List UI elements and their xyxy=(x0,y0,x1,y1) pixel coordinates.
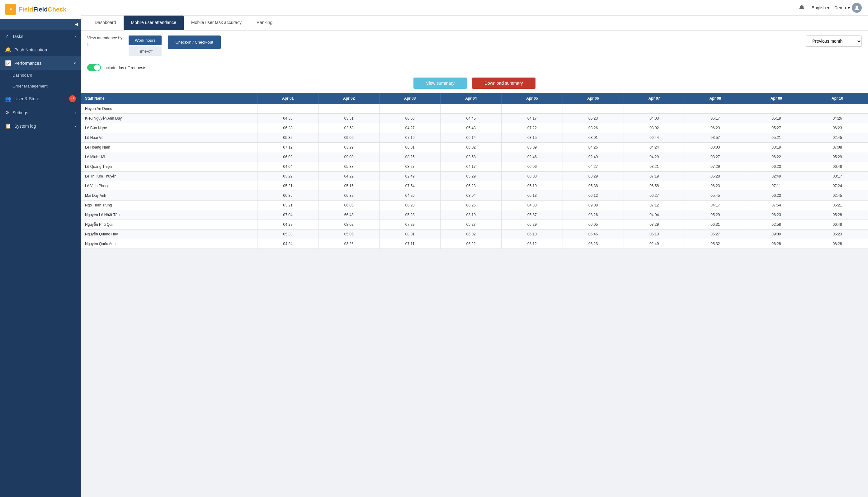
sidebar-item-user-store[interactable]: 👥 User & Store 43 xyxy=(0,91,81,106)
chevron-down-icon: ∨ xyxy=(73,61,76,65)
sidebar-item-label: Push Notification xyxy=(14,47,47,52)
date-header-Apr-04: Apr 04 xyxy=(440,93,502,104)
staff-name-cell: Lê Bảo Ngọc xyxy=(81,123,258,133)
download-summary-button[interactable]: Download summary xyxy=(472,77,535,89)
attendance-cell: 05:29 xyxy=(440,172,502,181)
info-icon: ℹ xyxy=(87,42,122,46)
attendance-cell xyxy=(318,104,379,114)
sidebar-item-system-log[interactable]: 📋 System log › xyxy=(0,119,81,133)
attendance-cell: 08:01 xyxy=(379,229,440,239)
sidebar-sub-item-order-management[interactable]: Order Management xyxy=(0,81,81,91)
attendance-cell: 06:22 xyxy=(440,239,502,249)
sidebar-item-label: System log xyxy=(14,124,36,129)
sidebar-sub-item-dashboard[interactable]: Dashboard xyxy=(0,70,81,81)
user-menu[interactable]: Demo ▾ xyxy=(834,3,862,13)
attendance-cell: 05:28 xyxy=(807,210,868,220)
attendance-cell: 05:32 xyxy=(685,239,746,249)
attendance-cell: 08:01 xyxy=(563,133,624,143)
attendance-cell: 05:27 xyxy=(440,220,502,229)
attendance-cell: 08:12 xyxy=(502,239,563,249)
attendance-cell: 09:09 xyxy=(746,229,807,239)
month-select[interactable]: Previous month Current month Last 3 mont… xyxy=(806,36,862,47)
attendance-cell: 03:17 xyxy=(807,172,868,181)
attendance-cell: 05:19 xyxy=(502,181,563,191)
attendance-cell: 03:15 xyxy=(502,133,563,143)
attendance-cell: 06:31 xyxy=(379,143,440,152)
attendance-cell: 07:19 xyxy=(624,172,685,181)
attendance-cell: 04:17 xyxy=(440,162,502,172)
attendance-cell: 02:49 xyxy=(746,172,807,181)
sidebar-toggle-button[interactable]: ◀ xyxy=(0,19,81,30)
date-header-Apr-10: Apr 10 xyxy=(807,93,868,104)
staff-name-cell: Nguyễn Lê Nhật Tân xyxy=(81,210,258,220)
attendance-cell: 06:58 xyxy=(379,114,440,123)
sidebar-item-label: User & Store xyxy=(14,96,39,101)
tab-mobile-user-task-accuracy[interactable]: Mobile user task accuracy xyxy=(184,16,249,30)
table-row: Ngô Tuấn Trung03:2106:0506:2308:2604:330… xyxy=(81,201,868,210)
table-row: Lê Thị Kim Thuyền03:2904:2202:4905:2908:… xyxy=(81,172,868,181)
attendance-table-wrapper: Staff NameApr 01Apr 02Apr 03Apr 04Apr 05… xyxy=(81,93,868,249)
date-header-Apr-06: Apr 06 xyxy=(563,93,624,104)
sidebar-item-push-notification[interactable]: 🔔 Push Notification xyxy=(0,43,81,56)
attendance-cell: 05:37 xyxy=(502,210,563,220)
attendance-cell: 08:25 xyxy=(379,152,440,162)
date-header-Apr-08: Apr 08 xyxy=(685,93,746,104)
staff-name-cell: Mai Duy Anh xyxy=(81,191,258,201)
language-chevron-icon: ▾ xyxy=(827,5,829,10)
attendance-cell: 04:38 xyxy=(258,114,318,123)
sidebar-item-settings[interactable]: ⚙ Settings › xyxy=(0,106,81,119)
attendance-cell: 06:28 xyxy=(746,239,807,249)
date-header-Apr-01: Apr 01 xyxy=(258,93,318,104)
view-summary-button[interactable]: View summary xyxy=(414,77,467,89)
table-row: Nguyễn Quốc Anh04:2403:2607:1106:2208:12… xyxy=(81,239,868,249)
attendance-cell xyxy=(624,104,685,114)
sidebar-item-tasks[interactable]: ✓ Tasks › xyxy=(0,30,81,43)
date-header-Apr-02: Apr 02 xyxy=(318,93,379,104)
tab-ranking[interactable]: Ranking xyxy=(249,16,280,30)
attendance-cell: 06:27 xyxy=(624,191,685,201)
attendance-cell: 06:21 xyxy=(807,201,868,210)
attendance-cell: 05:45 xyxy=(685,191,746,201)
checkin-checkout-button[interactable]: Check-in / Check-out xyxy=(168,36,220,49)
attendance-cell xyxy=(685,104,746,114)
attendance-cell: 06:22 xyxy=(746,152,807,162)
attendance-table: Staff NameApr 01Apr 02Apr 03Apr 04Apr 05… xyxy=(81,93,868,249)
attendance-cell xyxy=(807,104,868,114)
attendance-cell: 06:32 xyxy=(318,191,379,201)
attendance-cell: 03:26 xyxy=(563,210,624,220)
staff-name-cell: Lê Thị Kim Thuyền xyxy=(81,172,258,181)
notification-bell-button[interactable] xyxy=(797,3,807,13)
language-selector[interactable]: English ▾ xyxy=(812,5,829,10)
attendance-cell: 05:09 xyxy=(502,143,563,152)
attendance-cell: 07:24 xyxy=(807,181,868,191)
attendance-cell: 06:44 xyxy=(624,133,685,143)
attendance-cell: 02:45 xyxy=(807,133,868,143)
filter-area: View attendance by ℹ Work hours Time-off… xyxy=(81,30,868,61)
attendance-cell xyxy=(746,104,807,114)
work-hours-button[interactable]: Work hours xyxy=(129,36,162,45)
attendance-cell: 07:08 xyxy=(807,143,868,152)
time-off-button[interactable]: Time-off xyxy=(129,46,162,56)
tab-dashboard[interactable]: Dashboard xyxy=(87,16,124,30)
attendance-cell: 03:26 xyxy=(318,239,379,249)
staff-name-cell: Lê Hoàng Nam xyxy=(81,143,258,152)
attendance-cell: 04:17 xyxy=(502,114,563,123)
tabs-bar: Dashboard Mobile user attendance Mobile … xyxy=(81,16,868,30)
table-body: Huyen An DemoKiều Nguyễn Anh Duy04:3803:… xyxy=(81,104,868,249)
logo-area: F FieldFieldCheckFieldCheck xyxy=(0,0,81,19)
main-area: English ▾ Demo ▾ Dashboard Mobile user a… xyxy=(81,0,868,497)
date-header-Apr-05: Apr 05 xyxy=(502,93,563,104)
attendance-cell: 08:28 xyxy=(807,239,868,249)
sidebar-item-performances[interactable]: 📈 Performances ∨ xyxy=(0,56,81,70)
svg-text:F: F xyxy=(9,8,12,12)
attendance-cell: 04:26 xyxy=(379,191,440,201)
day-off-requests-toggle[interactable] xyxy=(87,64,101,71)
table-row: Mai Duy Anh06:3506:3204:2608:0406:1306:1… xyxy=(81,191,868,201)
attendance-cell: 02:46 xyxy=(502,152,563,162)
tab-mobile-user-attendance[interactable]: Mobile user attendance xyxy=(124,16,184,30)
sidebar-sub-label: Order Management xyxy=(12,84,48,88)
attendance-cell: 06:35 xyxy=(258,191,318,201)
sidebar: F FieldFieldCheckFieldCheck ◀ ✓ Tasks › … xyxy=(0,0,81,497)
table-row: Nguyễn Quang Huy05:3305:0508:0106:0206:1… xyxy=(81,229,868,239)
attendance-cell: 05:33 xyxy=(258,229,318,239)
